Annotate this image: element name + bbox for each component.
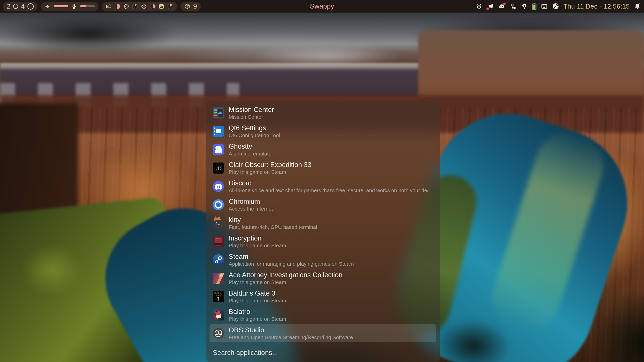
app-description: Play this game on Steam [229,169,312,175]
mic-slider-fill [80,5,86,7]
cpu-usage-pie[interactable] [132,4,138,9]
app-row-mission-center[interactable]: Mission Center Mission Center [210,104,436,122]
disk-icon[interactable] [158,3,165,10]
kitty-prompt-glyph: ❯_ [216,221,219,225]
search-input[interactable]: Search applications... [213,349,440,357]
app-row-inscryption[interactable]: Inscryption Play this game on Steam [210,232,436,251]
gpu-usage-pie[interactable] [150,4,156,9]
ace-attorney-icon [213,273,224,284]
app-name: Qt6 Settings [229,124,280,132]
app-launcher-panel: Mission Center Mission Center Qt6 Settin… [206,101,440,362]
app-row-ace-attorney[interactable]: Ace Attorney Investigations Collection P… [210,269,436,287]
app-name: Ghostty [229,142,273,150]
steam-icon [213,254,224,265]
app-name: kitty [229,216,317,224]
discord-tray-icon[interactable] [498,3,505,10]
clair-obscur-icon: 33 [213,163,224,174]
top-bar: 2 4 [0,0,644,13]
package-icon [184,3,190,10]
app-name: Chromium [229,197,273,206]
mission-center-icon [213,107,224,118]
app-row-obs-studio[interactable]: OBS Studio Free and Open Source Streamin… [210,324,436,342]
battery-indicator[interactable] [532,4,536,10]
app-row-steam[interactable]: Steam Application for managing and playi… [210,251,436,269]
system-monitor-pill [102,2,177,11]
mic-slider[interactable] [80,5,95,7]
microphone-icon[interactable] [71,3,77,10]
app-description: All-in-one voice and text chat for gamer… [229,187,428,193]
audio-pill [41,2,98,11]
app-description: Free and Open Source Streaming/Recording… [229,334,353,340]
app-row-baldurs-gate-3[interactable]: Baldur's Gate Baldur's Gate 3 Play this … [210,287,436,306]
app-name: Baldur's Gate 3 [229,289,286,297]
notifications-bell-icon[interactable] [634,3,641,10]
workspace-dot-icon[interactable] [13,4,18,9]
obs-studio-icon [213,328,224,339]
cpu-icon[interactable] [123,3,129,10]
app-name: Clair Obscur: Expedition 33 [229,161,312,169]
steam-tray-icon[interactable] [552,3,559,10]
ethernet-tray-icon[interactable] [541,3,548,10]
bg3-title-glyph: Baldur's Gate [213,292,224,297]
inscryption-icon [213,236,224,247]
app-name: Inscryption [229,234,286,242]
app-row-balatro[interactable]: Balatro Play this game on Steam [210,306,436,324]
steelseries-tray-icon[interactable] [476,3,483,10]
ghostty-prompt-glyph: >- [215,148,218,151]
workspace-pill[interactable]: 2 4 [3,2,38,11]
keyring-tray-icon[interactable] [521,3,528,10]
app-description: A terminal emulator [229,150,273,157]
app-row-kitty[interactable]: ❯_ kitty Fast, feature-rich, GPU based t… [210,214,436,232]
qt6-settings-icon [213,126,224,137]
telegram-notification-dot [486,8,489,10]
app-name: Steam [229,253,354,261]
wallpaper-green-patch [13,236,93,304]
app-description: Qt6 Configuration Tool [229,132,280,138]
app-row-chromium[interactable]: Chromium Access the Internet [210,195,436,214]
app-name: Balatro [229,308,286,316]
app-row-qt6-settings[interactable]: Qt6 Settings Qt6 Configuration Tool [210,122,436,140]
app-description: Play this game on Steam [229,279,343,285]
bar-left-cluster: 2 4 [3,2,201,11]
baldurs-gate-3-icon: Baldur's Gate [213,291,224,302]
bar-right-cluster: Thu 11 Dec - 12:56:15 [476,3,641,10]
disk-usage-pie[interactable] [167,4,173,9]
app-name: Mission Center [229,106,274,114]
app-description: Application for managing and playing gam… [229,261,354,267]
app-description: Play this game on Steam [229,316,286,322]
discord-notification-dot [503,3,506,5]
keepassxc-tray-icon[interactable] [510,3,517,10]
telegram-tray-icon[interactable] [487,3,494,10]
app-row-discord[interactable]: Discord All-in-one voice and text chat f… [210,177,436,195]
focused-window-title: Swappy [310,3,334,10]
updates-pill[interactable]: 9 [180,2,201,11]
chromium-icon [213,199,224,210]
ghostty-icon: >- [213,144,224,155]
workspace-active-dot-icon[interactable] [27,3,34,10]
memory-icon[interactable] [106,3,112,10]
app-description: Play this game on Steam [229,242,286,249]
volume-slider[interactable] [54,5,68,7]
app-name: Ace Attorney Investigations Collection [229,271,343,279]
app-name: OBS Studio [229,326,353,334]
gpu-icon[interactable] [141,3,147,10]
wallpaper-bottom-right-shadow [579,277,644,362]
updates-count: 9 [193,3,197,10]
kitty-icon: ❯_ [213,218,224,229]
speaker-icon[interactable] [45,3,51,10]
app-description: Mission Center [229,114,274,120]
app-row-clair-obscur[interactable]: 33 Clair Obscur: Expedition 33 Play this… [210,159,436,177]
app-description: Play this game on Steam [229,297,286,304]
memory-usage-pie[interactable] [115,4,120,9]
app-description: Fast, feature-rich, GPU based terminal [229,224,317,230]
app-description: Access the Internet [229,206,273,212]
balatro-icon [213,309,224,320]
discord-icon [213,181,224,192]
workspace-4[interactable]: 4 [21,3,24,10]
volume-slider-fill [54,5,68,7]
desktop: 2 4 [0,0,644,362]
app-row-ghostty[interactable]: >- Ghostty A terminal emulator [210,140,436,159]
app-name: Discord [229,179,428,187]
clock[interactable]: Thu 11 Dec - 12:56:15 [563,3,630,10]
workspace-2[interactable]: 2 [7,3,10,10]
